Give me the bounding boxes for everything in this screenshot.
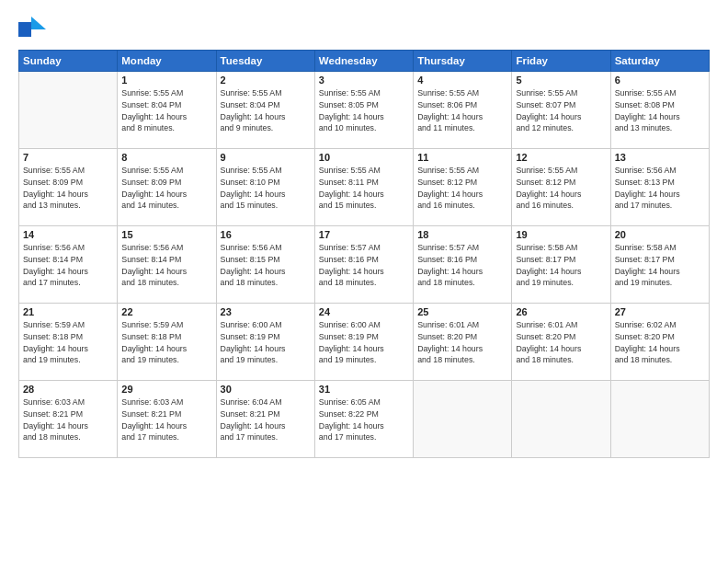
logo-icon	[18, 17, 48, 42]
calendar-cell: 16Sunrise: 5:56 AM Sunset: 8:15 PM Dayli…	[216, 226, 314, 304]
day-number: 8	[121, 152, 211, 163]
calendar-week-row: 7Sunrise: 5:55 AM Sunset: 8:09 PM Daylig…	[19, 149, 710, 226]
day-info: Sunrise: 5:58 AM Sunset: 8:17 PM Dayligh…	[516, 242, 606, 289]
calendar-cell: 12Sunrise: 5:55 AM Sunset: 8:12 PM Dayli…	[512, 149, 610, 226]
calendar-cell: 19Sunrise: 5:58 AM Sunset: 8:17 PM Dayli…	[512, 226, 610, 304]
calendar-header-friday: Friday	[512, 51, 610, 72]
day-info: Sunrise: 6:02 AM Sunset: 8:20 PM Dayligh…	[615, 319, 705, 366]
day-info: Sunrise: 6:00 AM Sunset: 8:19 PM Dayligh…	[221, 319, 311, 366]
calendar-cell: 9Sunrise: 5:55 AM Sunset: 8:10 PM Daylig…	[216, 149, 314, 226]
day-number: 4	[417, 75, 507, 86]
day-info: Sunrise: 5:58 AM Sunset: 8:17 PM Dayligh…	[615, 242, 705, 289]
calendar-cell: 25Sunrise: 6:01 AM Sunset: 8:20 PM Dayli…	[414, 304, 512, 381]
day-info: Sunrise: 6:00 AM Sunset: 8:19 PM Dayligh…	[319, 319, 409, 366]
day-info: Sunrise: 6:01 AM Sunset: 8:20 PM Dayligh…	[516, 319, 606, 366]
day-info: Sunrise: 5:55 AM Sunset: 8:11 PM Dayligh…	[319, 165, 409, 212]
calendar-cell: 24Sunrise: 6:00 AM Sunset: 8:19 PM Dayli…	[314, 304, 413, 381]
day-info: Sunrise: 5:56 AM Sunset: 8:15 PM Dayligh…	[221, 242, 311, 289]
svg-marker-2	[31, 17, 46, 29]
day-info: Sunrise: 5:57 AM Sunset: 8:16 PM Dayligh…	[417, 242, 507, 289]
day-number: 3	[319, 75, 409, 86]
day-number: 19	[516, 229, 606, 240]
calendar-cell	[414, 381, 512, 458]
calendar-header-wednesday: Wednesday	[314, 51, 413, 72]
day-info: Sunrise: 5:55 AM Sunset: 8:10 PM Dayligh…	[221, 165, 311, 212]
day-info: Sunrise: 5:56 AM Sunset: 8:13 PM Dayligh…	[615, 165, 705, 212]
day-number: 22	[121, 306, 211, 317]
day-info: Sunrise: 5:59 AM Sunset: 8:18 PM Dayligh…	[23, 319, 113, 366]
day-number: 25	[417, 306, 507, 317]
calendar-cell: 22Sunrise: 5:59 AM Sunset: 8:18 PM Dayli…	[118, 304, 216, 381]
day-number: 6	[615, 75, 705, 86]
day-number: 7	[23, 152, 113, 163]
day-info: Sunrise: 5:56 AM Sunset: 8:14 PM Dayligh…	[121, 242, 211, 289]
day-number: 2	[221, 75, 311, 86]
day-number: 30	[221, 384, 311, 395]
logo	[18, 17, 50, 42]
day-info: Sunrise: 5:55 AM Sunset: 8:09 PM Dayligh…	[23, 165, 113, 212]
svg-rect-1	[18, 31, 31, 37]
day-info: Sunrise: 6:05 AM Sunset: 8:22 PM Dayligh…	[319, 396, 409, 443]
calendar-header-row: SundayMondayTuesdayWednesdayThursdayFrid…	[19, 51, 710, 72]
calendar-cell: 26Sunrise: 6:01 AM Sunset: 8:20 PM Dayli…	[512, 304, 610, 381]
calendar-cell: 2Sunrise: 5:55 AM Sunset: 8:04 PM Daylig…	[216, 72, 314, 149]
calendar-cell: 31Sunrise: 6:05 AM Sunset: 8:22 PM Dayli…	[314, 381, 413, 458]
calendar-cell: 15Sunrise: 5:56 AM Sunset: 8:14 PM Dayli…	[118, 226, 216, 304]
calendar-cell: 10Sunrise: 5:55 AM Sunset: 8:11 PM Dayli…	[314, 149, 413, 226]
day-number: 12	[516, 152, 606, 163]
calendar-header-sunday: Sunday	[19, 51, 118, 72]
day-number: 27	[615, 306, 705, 317]
day-info: Sunrise: 6:03 AM Sunset: 8:21 PM Dayligh…	[121, 396, 211, 443]
calendar-cell: 4Sunrise: 5:55 AM Sunset: 8:06 PM Daylig…	[414, 72, 512, 149]
day-info: Sunrise: 5:55 AM Sunset: 8:04 PM Dayligh…	[121, 87, 211, 134]
calendar-cell: 23Sunrise: 6:00 AM Sunset: 8:19 PM Dayli…	[216, 304, 314, 381]
day-number: 20	[615, 229, 705, 240]
day-number: 17	[319, 229, 409, 240]
day-number: 5	[516, 75, 606, 86]
day-info: Sunrise: 5:55 AM Sunset: 8:09 PM Dayligh…	[121, 165, 211, 212]
calendar-cell: 29Sunrise: 6:03 AM Sunset: 8:21 PM Dayli…	[118, 381, 216, 458]
day-number: 16	[221, 229, 311, 240]
day-number: 21	[23, 306, 113, 317]
calendar-week-row: 14Sunrise: 5:56 AM Sunset: 8:14 PM Dayli…	[19, 226, 710, 304]
calendar-week-row: 1Sunrise: 5:55 AM Sunset: 8:04 PM Daylig…	[19, 72, 710, 149]
calendar-cell: 18Sunrise: 5:57 AM Sunset: 8:16 PM Dayli…	[414, 226, 512, 304]
day-number: 26	[516, 306, 606, 317]
day-info: Sunrise: 5:55 AM Sunset: 8:12 PM Dayligh…	[516, 165, 606, 212]
day-info: Sunrise: 5:55 AM Sunset: 8:05 PM Dayligh…	[319, 87, 409, 134]
day-info: Sunrise: 6:04 AM Sunset: 8:21 PM Dayligh…	[221, 396, 311, 443]
day-info: Sunrise: 5:57 AM Sunset: 8:16 PM Dayligh…	[319, 242, 409, 289]
calendar-cell: 27Sunrise: 6:02 AM Sunset: 8:20 PM Dayli…	[610, 304, 709, 381]
day-info: Sunrise: 6:01 AM Sunset: 8:20 PM Dayligh…	[417, 319, 507, 366]
calendar-cell	[512, 381, 610, 458]
calendar-cell: 21Sunrise: 5:59 AM Sunset: 8:18 PM Dayli…	[19, 304, 118, 381]
day-info: Sunrise: 5:55 AM Sunset: 8:12 PM Dayligh…	[417, 165, 507, 212]
header	[18, 17, 710, 42]
calendar-cell: 14Sunrise: 5:56 AM Sunset: 8:14 PM Dayli…	[19, 226, 118, 304]
day-info: Sunrise: 5:55 AM Sunset: 8:06 PM Dayligh…	[417, 87, 507, 134]
day-number: 10	[319, 152, 409, 163]
day-number: 23	[221, 306, 311, 317]
day-number: 15	[121, 229, 211, 240]
day-number: 1	[121, 75, 211, 86]
day-info: Sunrise: 5:56 AM Sunset: 8:14 PM Dayligh…	[23, 242, 113, 289]
calendar-cell: 8Sunrise: 5:55 AM Sunset: 8:09 PM Daylig…	[118, 149, 216, 226]
calendar-week-row: 21Sunrise: 5:59 AM Sunset: 8:18 PM Dayli…	[19, 304, 710, 381]
calendar-cell: 17Sunrise: 5:57 AM Sunset: 8:16 PM Dayli…	[314, 226, 413, 304]
calendar-header-tuesday: Tuesday	[216, 51, 314, 72]
calendar-cell: 6Sunrise: 5:55 AM Sunset: 8:08 PM Daylig…	[610, 72, 709, 149]
calendar-cell: 7Sunrise: 5:55 AM Sunset: 8:09 PM Daylig…	[19, 149, 118, 226]
day-number: 31	[319, 384, 409, 395]
calendar-cell	[19, 72, 118, 149]
day-number: 29	[121, 384, 211, 395]
calendar-cell: 20Sunrise: 5:58 AM Sunset: 8:17 PM Dayli…	[610, 226, 709, 304]
day-number: 13	[615, 152, 705, 163]
day-number: 9	[221, 152, 311, 163]
day-number: 11	[417, 152, 507, 163]
day-number: 18	[417, 229, 507, 240]
day-info: Sunrise: 5:55 AM Sunset: 8:04 PM Dayligh…	[221, 87, 311, 134]
calendar-cell: 28Sunrise: 6:03 AM Sunset: 8:21 PM Dayli…	[19, 381, 118, 458]
calendar-cell: 3Sunrise: 5:55 AM Sunset: 8:05 PM Daylig…	[314, 72, 413, 149]
day-info: Sunrise: 5:55 AM Sunset: 8:07 PM Dayligh…	[516, 87, 606, 134]
calendar-cell	[610, 381, 709, 458]
